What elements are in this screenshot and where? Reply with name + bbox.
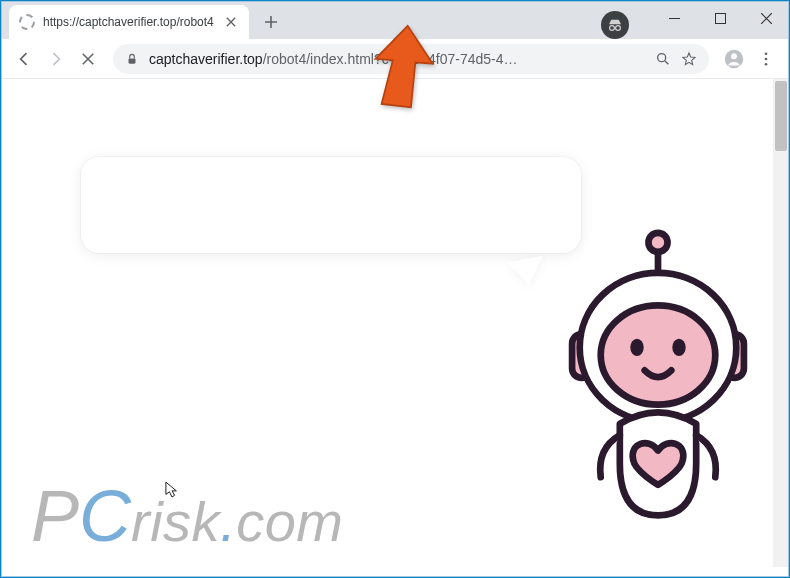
speech-bubble-tail-icon [507, 256, 547, 288]
vertical-scrollbar[interactable] [773, 79, 789, 567]
svg-point-12 [648, 233, 667, 252]
window-controls [651, 1, 789, 35]
svg-point-10 [765, 62, 768, 65]
new-tab-button[interactable] [257, 8, 285, 36]
robot-illustration [553, 227, 763, 531]
close-window-button[interactable] [743, 1, 789, 35]
watermark-c: C [79, 476, 131, 556]
svg-point-1 [616, 26, 621, 31]
browser-tab-active[interactable]: https://captchaverifier.top/robot4 [9, 5, 249, 39]
svg-point-17 [630, 339, 643, 356]
svg-point-9 [765, 57, 768, 60]
minimize-button[interactable] [651, 1, 697, 35]
url-domain: captchaverifier.top [149, 51, 263, 67]
lock-icon [125, 52, 139, 66]
svg-point-5 [658, 53, 666, 61]
maximize-button[interactable] [697, 1, 743, 35]
star-icon[interactable] [681, 51, 697, 67]
watermark-dot: . [220, 490, 236, 553]
search-icon[interactable] [655, 51, 671, 67]
svg-rect-3 [715, 13, 725, 23]
svg-rect-2 [669, 18, 680, 19]
watermark-p: P [31, 476, 79, 556]
highlight-arrow-icon [369, 21, 447, 121]
watermark-tld: com [236, 490, 343, 553]
forward-button[interactable] [41, 44, 71, 74]
page-content: PCrisk.com [1, 79, 789, 567]
menu-button[interactable] [751, 44, 781, 74]
svg-point-18 [672, 339, 685, 356]
watermark: PCrisk.com [31, 475, 343, 557]
tab-title: https://captchaverifier.top/robot4 [43, 15, 217, 29]
profile-button[interactable] [719, 44, 749, 74]
loading-favicon-icon [19, 14, 35, 30]
incognito-icon [601, 11, 629, 39]
svg-point-7 [731, 53, 737, 59]
stop-reload-button[interactable] [73, 44, 103, 74]
svg-point-16 [601, 305, 716, 404]
back-button[interactable] [9, 44, 39, 74]
scrollbar-thumb[interactable] [775, 81, 787, 151]
svg-rect-4 [129, 58, 136, 63]
svg-point-8 [765, 52, 768, 55]
speech-bubble [81, 157, 581, 253]
close-tab-button[interactable] [223, 14, 239, 30]
watermark-rest: risk [131, 490, 220, 553]
svg-point-0 [610, 26, 615, 31]
